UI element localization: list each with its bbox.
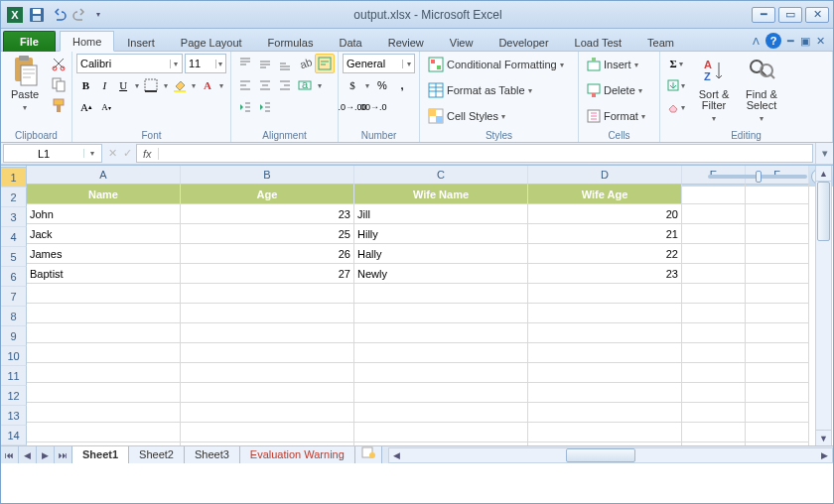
format-as-table-button[interactable]: Format as Table▾ bbox=[424, 79, 574, 101]
tab-view[interactable]: View bbox=[437, 32, 486, 52]
cell-E6[interactable] bbox=[682, 284, 746, 304]
cell-F2[interactable] bbox=[746, 204, 809, 224]
cell-D11[interactable] bbox=[528, 383, 682, 403]
cell-F12[interactable] bbox=[746, 403, 809, 423]
zoom-slider[interactable] bbox=[708, 175, 807, 179]
row-header-6[interactable]: 6 bbox=[1, 267, 27, 287]
border-button[interactable] bbox=[142, 75, 161, 95]
close-button[interactable]: ✕ bbox=[805, 7, 829, 23]
tab-load-test[interactable]: Load Test bbox=[562, 32, 635, 52]
hscroll-thumb[interactable] bbox=[566, 448, 635, 462]
cell-E3[interactable] bbox=[682, 224, 746, 244]
cell-E9[interactable] bbox=[682, 343, 746, 363]
cell-B8[interactable] bbox=[181, 323, 354, 343]
tab-formulas[interactable]: Formulas bbox=[255, 32, 327, 52]
cell-E2[interactable] bbox=[682, 204, 746, 224]
cell-D10[interactable] bbox=[528, 363, 682, 383]
align-top-icon[interactable] bbox=[235, 54, 255, 73]
cell-B10[interactable] bbox=[181, 363, 354, 383]
cell-A13[interactable] bbox=[27, 423, 181, 442]
tab-insert[interactable]: Insert bbox=[114, 32, 168, 52]
row-header-5[interactable]: 5 bbox=[1, 247, 27, 267]
cell-C3[interactable]: Hilly bbox=[354, 224, 528, 244]
undo-icon[interactable] bbox=[49, 5, 69, 25]
cell-A10[interactable] bbox=[27, 363, 181, 383]
comma-format-icon[interactable]: , bbox=[392, 75, 412, 95]
cell-B5[interactable]: 27 bbox=[181, 264, 354, 284]
cell-F9[interactable] bbox=[746, 343, 809, 363]
cell-B4[interactable]: 26 bbox=[181, 244, 354, 264]
cell-A12[interactable] bbox=[27, 403, 181, 423]
cut-icon[interactable] bbox=[49, 54, 69, 73]
cell-E4[interactable] bbox=[682, 244, 746, 264]
save-icon[interactable] bbox=[27, 5, 47, 25]
name-box[interactable]: ▾ bbox=[3, 144, 102, 163]
accounting-format-icon[interactable]: $ bbox=[343, 75, 362, 95]
vertical-scrollbar[interactable]: ▲ ▼ bbox=[815, 166, 832, 445]
cell-A1[interactable]: Name bbox=[27, 185, 181, 204]
grow-font-icon[interactable]: A▴ bbox=[76, 97, 96, 117]
cell-F4[interactable] bbox=[746, 244, 809, 264]
cell-B6[interactable] bbox=[181, 284, 354, 304]
sheet-tab-sheet2[interactable]: Sheet2 bbox=[128, 446, 185, 464]
vscroll-up-icon[interactable]: ▲ bbox=[816, 166, 831, 182]
column-header-C[interactable]: C bbox=[354, 166, 528, 185]
cell-C12[interactable] bbox=[354, 403, 528, 423]
cell-E7[interactable] bbox=[682, 304, 746, 323]
horizontal-scrollbar[interactable]: ◀ ▶ bbox=[388, 447, 833, 463]
cell-A5[interactable]: Baptist bbox=[27, 264, 181, 284]
cell-F8[interactable] bbox=[746, 323, 809, 343]
maximize-button[interactable]: ▭ bbox=[778, 7, 802, 23]
row-header-12[interactable]: 12 bbox=[1, 386, 27, 406]
row-header-3[interactable]: 3 bbox=[1, 207, 27, 227]
cell-A6[interactable] bbox=[27, 284, 181, 304]
tab-page-layout[interactable]: Page Layout bbox=[168, 32, 255, 52]
delete-cells-button[interactable]: Delete▾ bbox=[583, 79, 655, 101]
cell-C13[interactable] bbox=[354, 423, 528, 442]
shrink-font-icon[interactable]: A▾ bbox=[96, 97, 116, 117]
cell-styles-button[interactable]: Cell Styles▾ bbox=[424, 105, 574, 127]
cell-C1[interactable]: Wife Name bbox=[354, 185, 528, 204]
cell-D13[interactable] bbox=[528, 423, 682, 442]
cell-B11[interactable] bbox=[181, 383, 354, 403]
row-header-8[interactable]: 8 bbox=[1, 307, 27, 326]
vscroll-down-icon[interactable]: ▼ bbox=[816, 430, 831, 445]
align-bottom-icon[interactable] bbox=[275, 54, 295, 73]
sheet-nav-prev-icon[interactable]: ◀ bbox=[19, 446, 37, 463]
increase-indent-icon[interactable] bbox=[255, 97, 275, 117]
cell-C11[interactable] bbox=[354, 383, 528, 403]
help-icon[interactable]: ? bbox=[765, 33, 781, 49]
ribbon-minimize-icon[interactable]: ᐱ bbox=[753, 36, 760, 47]
tab-home[interactable]: Home bbox=[60, 31, 114, 52]
cell-B7[interactable] bbox=[181, 304, 354, 323]
cell-D8[interactable] bbox=[528, 323, 682, 343]
row-header-10[interactable]: 10 bbox=[1, 346, 27, 366]
row-header-1[interactable]: 1 bbox=[1, 168, 27, 188]
bold-button[interactable]: B bbox=[76, 75, 95, 95]
cell-C4[interactable]: Hally bbox=[354, 244, 528, 264]
window-close-ribbon-icon[interactable]: ✕ bbox=[816, 35, 825, 48]
cell-F7[interactable] bbox=[746, 304, 809, 323]
cell-D3[interactable]: 21 bbox=[528, 224, 682, 244]
cell-F13[interactable] bbox=[746, 423, 809, 442]
cell-A8[interactable] bbox=[27, 323, 181, 343]
align-middle-icon[interactable] bbox=[255, 54, 275, 73]
cell-A2[interactable]: John bbox=[27, 204, 181, 224]
cell-F1[interactable] bbox=[746, 185, 809, 204]
cell-D1[interactable]: Wife Age bbox=[528, 185, 682, 204]
italic-button[interactable]: I bbox=[95, 75, 114, 95]
cell-D6[interactable] bbox=[528, 284, 682, 304]
underline-dropdown[interactable]: ▾ bbox=[133, 75, 142, 95]
redo-icon[interactable] bbox=[70, 5, 90, 25]
number-format-combo[interactable]: ▾ bbox=[343, 54, 415, 73]
cell-A9[interactable] bbox=[27, 343, 181, 363]
sheet-tab-sheet1[interactable]: Sheet1 bbox=[71, 446, 129, 464]
cell-E11[interactable] bbox=[682, 383, 746, 403]
column-header-D[interactable]: D bbox=[528, 166, 682, 185]
sort-filter-button[interactable]: AZ Sort & Filter▾ bbox=[692, 54, 736, 126]
cell-C10[interactable] bbox=[354, 363, 528, 383]
cell-D2[interactable]: 20 bbox=[528, 204, 682, 224]
cell-C6[interactable] bbox=[354, 284, 528, 304]
sheet-nav-last-icon[interactable]: ⏭ bbox=[55, 446, 72, 463]
cell-E5[interactable] bbox=[682, 264, 746, 284]
